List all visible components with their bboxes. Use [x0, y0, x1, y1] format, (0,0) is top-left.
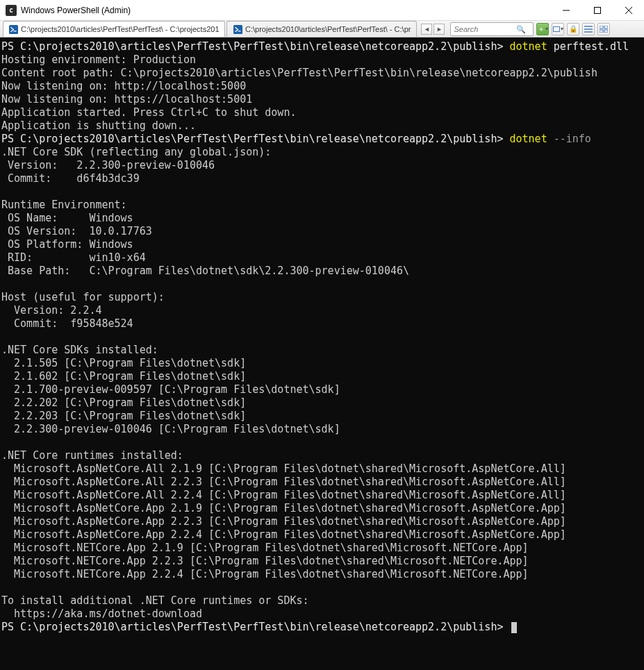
tab-2-label: C:\projects2010\articles\PerfTest\PerfTe… — [245, 25, 411, 33]
search-box[interactable]: 🔍 — [450, 22, 534, 36]
ps-prompt: PS C:\projects2010\articles\PerfTest\Per… — [1, 621, 510, 633]
output-line: Commit: f95848e524 — [1, 317, 133, 330]
output-line: Base Path: C:\Program Files\dotnet\sdk\2… — [1, 265, 409, 277]
output-line: 2.2.203 [C:\Program Files\dotnet\sdk] — [1, 410, 246, 422]
lock-button[interactable]: 🔒 — [567, 23, 579, 35]
tab-prev-button[interactable]: ◄ — [421, 24, 432, 35]
svg-rect-0 — [594, 7, 600, 13]
output-line: RID: win10-x64 — [1, 251, 146, 264]
grid-view-button[interactable] — [597, 23, 610, 35]
output-line: Microsoft.AspNetCore.All 2.2.3 [C:\Progr… — [1, 476, 566, 488]
output-line: Content root path: C:\projects2010\artic… — [1, 67, 597, 79]
command-dotnet: dotnet — [510, 133, 547, 145]
ps-prompt: PS C:\projects2010\articles\PerfTest\Per… — [1, 40, 510, 53]
app-icon: c — [6, 5, 17, 16]
toolbar-buttons: ＋ 🔒 — [536, 21, 614, 37]
svg-rect-3 — [553, 26, 559, 31]
output-line: OS Platform: Windows — [1, 238, 133, 251]
output-line: .NET Core SDKs installed: — [1, 344, 158, 356]
tab-next-button[interactable]: ► — [434, 24, 445, 35]
list-view-button[interactable] — [582, 23, 595, 35]
window-titlebar: c Windows PowerShell (Admin) — [0, 0, 644, 21]
tab-2[interactable]: C:\projects2010\articles\PerfTest\PerfTe… — [226, 21, 417, 37]
powershell-icon — [9, 24, 18, 34]
svg-rect-5 — [604, 26, 608, 28]
output-line: Microsoft.NETCore.App 2.2.4 [C:\Program … — [1, 568, 529, 580]
search-icon: 🔍 — [516, 25, 526, 34]
ps-prompt: PS C:\projects2010\articles\PerfTest\Per… — [1, 133, 510, 145]
command-dotnet: dotnet — [510, 40, 547, 53]
output-line: Hosting environment: Production — [1, 53, 196, 66]
output-line: Host (useful for support): — [1, 291, 165, 303]
output-line: Microsoft.NETCore.App 2.2.3 [C:\Program … — [1, 555, 529, 567]
output-line: Microsoft.NETCore.App 2.1.9 [C:\Program … — [1, 542, 529, 554]
output-line: Microsoft.AspNetCore.App 2.2.3 [C:\Progr… — [1, 515, 566, 528]
svg-rect-7 — [604, 30, 608, 33]
output-line: Application is shutting down... — [1, 119, 196, 132]
output-line: Version: 2.2.4 — [1, 304, 102, 317]
close-button[interactable] — [613, 1, 644, 20]
lock-icon: 🔒 — [569, 25, 577, 33]
output-line: OS Name: Windows — [1, 212, 133, 224]
minimize-button[interactable] — [550, 1, 581, 20]
window-title: Windows PowerShell (Admin) — [21, 6, 550, 15]
tab-nav: ◄ ► — [418, 21, 447, 37]
output-line: 2.1.700-preview-009597 [C:\Program Files… — [1, 383, 340, 396]
maximize-button[interactable] — [581, 1, 613, 20]
output-line: Now listening on: http://localhost:5000 — [1, 80, 246, 92]
tab-bar: C:\projects2010\articles\PerfTest\PerfTe… — [0, 21, 644, 37]
output-line: https://aka.ms/dotnet-download — [1, 608, 202, 620]
output-line: Now listening on: https://localhost:5001 — [1, 93, 252, 106]
text-cursor — [511, 622, 517, 633]
svg-rect-4 — [600, 26, 603, 28]
tab-1[interactable]: C:\projects2010\articles\PerfTest\PerfTe… — [3, 21, 225, 37]
new-tab-button[interactable]: ＋ — [536, 23, 549, 35]
window-controls — [550, 1, 644, 20]
svg-rect-6 — [600, 30, 603, 33]
output-line: To install additional .NET Core runtimes… — [1, 594, 309, 607]
window-options-button[interactable] — [552, 23, 564, 35]
output-line: Commit: d6f4b3dc39 — [1, 172, 140, 185]
output-line: .NET Core SDK (reflecting any global.jso… — [1, 146, 271, 158]
command-arg: perftest.dll — [547, 40, 629, 53]
output-line: OS Version: 10.0.17763 — [1, 225, 152, 237]
output-line: 2.1.505 [C:\Program Files\dotnet\sdk] — [1, 357, 246, 369]
output-line: .NET Core runtimes installed: — [1, 449, 183, 462]
output-line: Application started. Press Ctrl+C to shu… — [1, 106, 296, 119]
output-line: Runtime Environment: — [1, 199, 127, 211]
output-line: Version: 2.2.300-preview-010046 — [1, 159, 215, 171]
output-line: Microsoft.AspNetCore.App 2.2.4 [C:\Progr… — [1, 528, 566, 541]
output-line: 2.2.300-preview-010046 [C:\Program Files… — [1, 423, 340, 435]
output-line: 2.1.602 [C:\Program Files\dotnet\sdk] — [1, 370, 246, 383]
terminal-output[interactable]: PS C:\projects2010\articles\PerfTest\Per… — [0, 37, 644, 670]
output-line: 2.2.202 [C:\Program Files\dotnet\sdk] — [1, 396, 246, 409]
output-line: Microsoft.AspNetCore.All 2.2.4 [C:\Progr… — [1, 489, 566, 501]
search-input[interactable] — [454, 25, 516, 33]
tab-1-label: C:\projects2010\articles\PerfTest\PerfTe… — [21, 25, 220, 33]
output-line: Microsoft.AspNetCore.All 2.1.9 [C:\Progr… — [1, 462, 566, 475]
output-line: Microsoft.AspNetCore.App 2.1.9 [C:\Progr… — [1, 502, 566, 514]
powershell-icon — [233, 24, 242, 34]
command-arg: --info — [547, 133, 591, 145]
